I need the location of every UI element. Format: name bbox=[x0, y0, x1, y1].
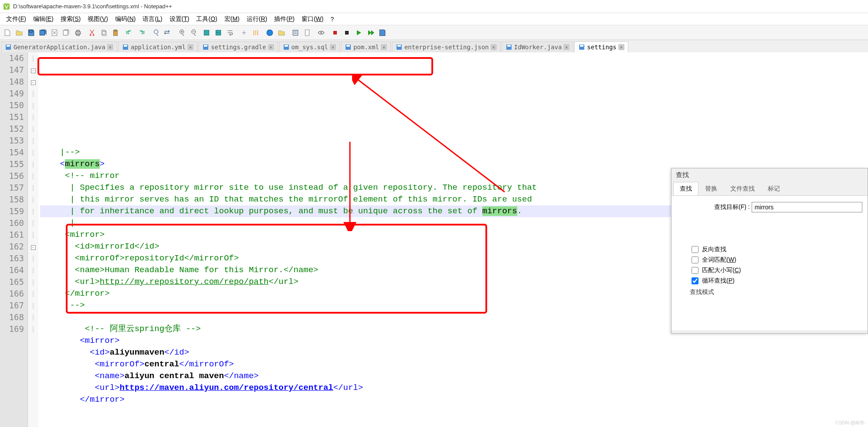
find-mode-label: 查找模式 bbox=[677, 288, 862, 296]
record-icon[interactable] bbox=[329, 27, 341, 38]
sync-v-icon[interactable] bbox=[201, 27, 212, 38]
find-check-3[interactable] bbox=[692, 277, 698, 284]
menu-9[interactable]: 运行(R) bbox=[243, 14, 271, 25]
folder-icon[interactable] bbox=[276, 27, 287, 38]
sync-h-icon[interactable] bbox=[213, 27, 224, 38]
menu-6[interactable]: 设置(T) bbox=[166, 14, 193, 25]
tab-close-icon[interactable]: × bbox=[330, 44, 336, 50]
find-tabs: 查找替换文件查找标记 bbox=[671, 182, 868, 196]
find-dialog: 查找 查找替换文件查找标记 查找目标(F) : 反向查找全词匹配(W)匹配大小写… bbox=[671, 168, 868, 334]
fold-toggle[interactable]: − bbox=[31, 68, 36, 73]
find-target-label: 查找目标(F) : bbox=[714, 203, 750, 211]
code-line-165[interactable]: <name>aliyun central maven</name> bbox=[40, 370, 868, 382]
code-line-164[interactable]: <mirrorOf>central</mirrorOf> bbox=[40, 359, 868, 370]
window-title: D:\software\apache-maven-3.9.1\conf\sett… bbox=[13, 3, 172, 10]
tab-close-icon[interactable]: × bbox=[491, 44, 497, 50]
tab-close-icon[interactable]: × bbox=[107, 44, 113, 50]
file-tab-3[interactable]: om_sys.sql× bbox=[279, 41, 340, 52]
disk-icon bbox=[505, 44, 512, 51]
find-check-1[interactable] bbox=[692, 256, 698, 263]
file-tab-6[interactable]: IdWorker.java× bbox=[502, 41, 574, 52]
undo-icon[interactable] bbox=[124, 27, 135, 38]
code-line-169[interactable] bbox=[40, 417, 868, 427]
close-icon[interactable] bbox=[49, 27, 60, 38]
cut-icon[interactable] bbox=[86, 27, 98, 38]
lang-icon[interactable] bbox=[264, 27, 275, 38]
play-icon[interactable] bbox=[353, 27, 364, 38]
menu-11[interactable]: 窗口(W) bbox=[298, 14, 327, 25]
tab-close-icon[interactable]: × bbox=[563, 44, 570, 50]
menu-5[interactable]: 语言(L) bbox=[139, 14, 166, 25]
svg-rect-2 bbox=[7, 45, 10, 47]
file-tab-0[interactable]: GeneratorApplication.java× bbox=[1, 41, 117, 52]
code-line-146[interactable]: |--> bbox=[40, 147, 868, 158]
zoom-out-icon[interactable] bbox=[187, 27, 198, 38]
menu-12[interactable]: ? bbox=[327, 14, 337, 24]
stop-icon[interactable] bbox=[341, 27, 353, 38]
wrap-icon[interactable] bbox=[224, 27, 236, 38]
menu-0[interactable]: 文件(F) bbox=[3, 14, 30, 25]
svg-rect-14 bbox=[507, 45, 511, 47]
code-line-163[interactable]: <id>aliyunmaven</id> bbox=[40, 347, 868, 359]
find-check-0[interactable] bbox=[692, 246, 698, 253]
fold-toggle[interactable]: − bbox=[31, 245, 36, 250]
disk-icon bbox=[578, 44, 585, 51]
redo-icon[interactable] bbox=[136, 27, 147, 38]
disk-icon bbox=[396, 44, 403, 51]
file-tab-7[interactable]: settings× bbox=[574, 41, 628, 52]
tab-close-icon[interactable]: × bbox=[187, 44, 193, 50]
find-check-2[interactable] bbox=[692, 267, 698, 274]
svg-rect-4 bbox=[124, 45, 127, 47]
tab-close-icon[interactable]: × bbox=[268, 44, 274, 50]
svg-rect-10 bbox=[346, 45, 350, 47]
menu-4[interactable]: 编码(N) bbox=[112, 14, 139, 25]
invisible-icon[interactable] bbox=[238, 27, 250, 38]
copy-icon[interactable] bbox=[98, 27, 109, 38]
file-tab-5[interactable]: enterprise-setting.json× bbox=[392, 41, 501, 52]
save-icon[interactable] bbox=[25, 27, 37, 38]
print-icon[interactable] bbox=[72, 27, 84, 38]
tab-close-icon[interactable]: × bbox=[381, 44, 387, 50]
find-tab-3[interactable]: 标记 bbox=[761, 182, 787, 195]
zoom-in-icon[interactable] bbox=[175, 27, 186, 38]
function-list-icon[interactable] bbox=[290, 27, 301, 38]
code-line-167[interactable]: </mirror> bbox=[40, 394, 868, 406]
file-tab-4[interactable]: pom.xml× bbox=[341, 41, 391, 52]
find-tab-1[interactable]: 替换 bbox=[698, 182, 724, 195]
code-line-168[interactable] bbox=[40, 406, 868, 417]
tab-close-icon[interactable]: × bbox=[618, 44, 624, 50]
menu-1[interactable]: 编辑(E) bbox=[30, 14, 57, 25]
code-line-166[interactable]: <url>https://maven.aliyun.com/repository… bbox=[40, 382, 868, 394]
open-file-icon[interactable] bbox=[14, 27, 25, 38]
annotation-box-1 bbox=[37, 57, 433, 75]
svg-rect-8 bbox=[285, 45, 288, 47]
find-tab-2[interactable]: 文件查找 bbox=[724, 182, 761, 195]
menu-7[interactable]: 工具(O) bbox=[193, 14, 220, 25]
toolbar bbox=[0, 25, 868, 40]
indent-guide-icon[interactable] bbox=[250, 27, 261, 38]
title-bar: D:\software\apache-maven-3.9.1\conf\sett… bbox=[0, 0, 868, 13]
menu-8[interactable]: 宏(M) bbox=[221, 14, 243, 25]
file-tab-2[interactable]: settings.gradle× bbox=[198, 41, 278, 52]
save-all-icon[interactable] bbox=[37, 27, 48, 38]
menu-10[interactable]: 插件(P) bbox=[271, 14, 298, 25]
doc-map-icon[interactable] bbox=[302, 27, 313, 38]
code-line-162[interactable]: <mirror> bbox=[40, 335, 868, 347]
find-target-input[interactable] bbox=[752, 202, 862, 212]
svg-rect-16 bbox=[580, 45, 583, 47]
close-all-icon[interactable] bbox=[61, 27, 72, 38]
file-tab-1[interactable]: application.yml× bbox=[118, 41, 197, 52]
find-tab-0[interactable]: 查找 bbox=[673, 182, 698, 195]
paste-icon[interactable] bbox=[110, 27, 121, 38]
find-icon[interactable] bbox=[149, 27, 161, 38]
line-number-gutter: 1461471481491501511521531541551561571581… bbox=[0, 52, 28, 427]
fold-toggle[interactable]: − bbox=[31, 80, 36, 85]
fold-column[interactable]: |−−|||||||||||||−||||||| bbox=[28, 52, 38, 427]
menu-2[interactable]: 搜索(S) bbox=[57, 14, 85, 25]
eye-icon[interactable] bbox=[315, 27, 327, 38]
replace-icon[interactable] bbox=[161, 27, 173, 38]
new-file-icon[interactable] bbox=[2, 27, 13, 38]
playback-icon[interactable] bbox=[365, 27, 376, 38]
save-macro-icon[interactable] bbox=[376, 27, 388, 38]
menu-3[interactable]: 视图(V) bbox=[84, 14, 112, 25]
